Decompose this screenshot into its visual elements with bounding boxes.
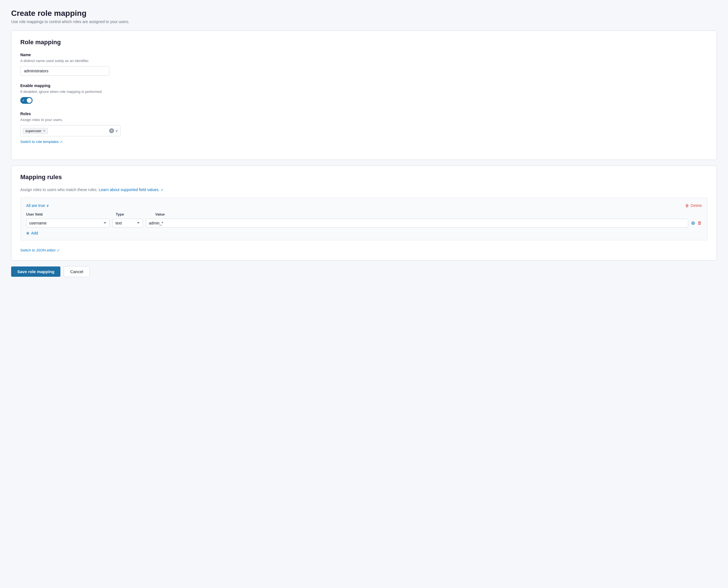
type-select[interactable]: text regex: [113, 218, 143, 228]
external-link-icon: ⤢: [60, 140, 63, 144]
cancel-button[interactable]: Cancel: [64, 266, 89, 277]
role-mapping-card-title: Role mapping: [20, 39, 708, 46]
delete-row-icon[interactable]: 🗑: [697, 220, 702, 226]
mapping-rules-description: Assign roles to users who match these ru…: [20, 187, 708, 192]
name-field-section: Name A distinct name used solely as an i…: [20, 52, 708, 76]
learn-link-external-icon: ⤢: [161, 188, 163, 192]
save-role-mapping-button[interactable]: Save role mapping: [11, 267, 60, 277]
role-tag-superuser: superuser ×: [23, 128, 48, 134]
rules-box: All are true ∨ 🗑 Delete User field Type …: [20, 197, 708, 240]
user-field-select[interactable]: username dn groups realm: [26, 218, 110, 228]
enable-mapping-description: If disabled, ignore when role mapping is…: [20, 89, 708, 94]
delete-label: Delete: [691, 203, 702, 208]
mapping-rules-card: Mapping rules Assign roles to users who …: [11, 166, 717, 260]
chevron-down-icon[interactable]: ∨: [115, 128, 118, 133]
trash-icon: 🗑: [685, 203, 689, 208]
switch-to-json-editor-label: Switch to JSON editor: [20, 248, 56, 252]
add-rule-label: Add: [31, 231, 38, 235]
learn-link[interactable]: Learn about supported field values. ⤢: [99, 187, 164, 192]
condition-dropdown[interactable]: All are true ∨: [26, 203, 49, 208]
type-col-header: Type: [116, 212, 152, 216]
switch-json-external-icon: ⤢: [57, 248, 60, 252]
role-mapping-card: Role mapping Name A distinct name used s…: [11, 30, 717, 160]
toggle-check-icon: ✓: [22, 99, 24, 102]
role-tag-remove-icon[interactable]: ×: [43, 129, 45, 133]
enable-mapping-label: Enable mapping: [20, 83, 708, 88]
page-title: Create role mapping: [11, 9, 717, 18]
add-row-icon[interactable]: ⊕: [691, 220, 695, 226]
user-field-col-header: User field: [26, 212, 113, 216]
enable-mapping-section: Enable mapping If disabled, ignore when …: [20, 83, 708, 104]
roles-description: Assign roles to your users.: [20, 118, 708, 122]
page-subtitle: Use role mappings to control which roles…: [11, 19, 717, 24]
rules-table-header: User field Type Value: [26, 212, 702, 216]
learn-link-text: Learn about supported field values.: [99, 187, 160, 192]
switch-to-role-templates-link[interactable]: Switch to role templates ⤢: [20, 140, 63, 144]
roles-select-icons: × ∨: [109, 128, 118, 133]
condition-chevron-icon: ∨: [46, 203, 49, 208]
name-input[interactable]: [20, 66, 109, 76]
switch-to-role-templates-label: Switch to role templates: [20, 140, 59, 144]
enable-mapping-toggle[interactable]: ✓: [20, 97, 33, 104]
clear-roles-icon[interactable]: ×: [109, 128, 114, 133]
toggle-slider: ✓: [20, 97, 33, 104]
add-rule-plus-icon: ⊕: [26, 231, 29, 235]
switch-to-json-editor-link[interactable]: Switch to JSON editor ⤢: [20, 248, 60, 252]
enable-mapping-toggle-container: ✓: [20, 97, 708, 104]
mapping-rules-desc-text: Assign roles to users who match these ru…: [20, 187, 98, 192]
delete-group-button[interactable]: 🗑 Delete: [685, 203, 702, 208]
add-rule-button[interactable]: ⊕ Add: [26, 231, 38, 235]
rules-box-header: All are true ∨ 🗑 Delete: [26, 203, 702, 208]
roles-multiselect[interactable]: superuser × × ∨: [20, 125, 121, 136]
roles-label: Roles: [20, 111, 708, 116]
mapping-rules-card-title: Mapping rules: [20, 173, 708, 181]
footer-actions: Save role mapping Cancel: [11, 266, 717, 277]
value-col-header: Value: [155, 212, 702, 216]
roles-field-section: Roles Assign roles to your users. superu…: [20, 111, 708, 144]
name-description: A distinct name used solely as an identi…: [20, 59, 708, 63]
condition-label: All are true: [26, 203, 45, 208]
rule-row-0: username dn groups realm text regex ⊕ 🗑: [26, 218, 702, 228]
role-tag-label: superuser: [25, 129, 41, 133]
name-label: Name: [20, 52, 708, 57]
value-input[interactable]: [146, 218, 688, 228]
row-actions: ⊕ 🗑: [691, 220, 702, 226]
